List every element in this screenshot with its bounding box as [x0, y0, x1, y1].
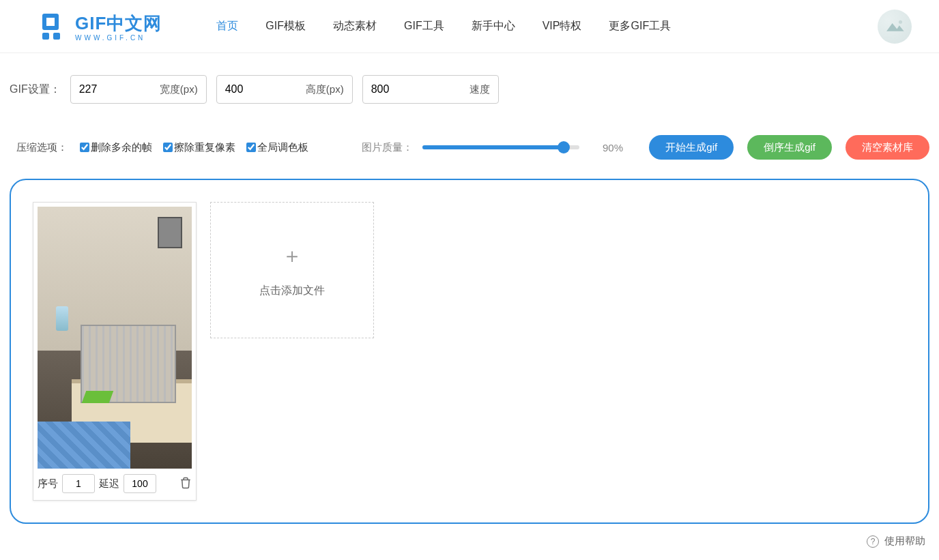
nav-more[interactable]: 更多GIF工具 — [609, 19, 671, 33]
compress-label: 压缩选项： — [16, 141, 68, 154]
svg-rect-2 — [42, 33, 49, 40]
help-icon[interactable]: ? — [867, 535, 879, 548]
avatar[interactable] — [878, 10, 912, 44]
quality-slider[interactable] — [422, 141, 579, 154]
frame-thumbnail[interactable] — [38, 207, 192, 469]
svg-point-5 — [899, 20, 902, 23]
plus-icon: ＋ — [282, 242, 302, 270]
order-label: 序号 — [38, 477, 58, 490]
workspace: 序号 延迟 ＋ 点击添加文件 — [10, 179, 929, 524]
width-input[interactable] — [79, 83, 160, 95]
logo-text-main: GIF中文网 — [75, 12, 162, 35]
speed-suffix: 速度 — [470, 83, 490, 96]
reverse-button[interactable]: 倒序生成gif — [747, 135, 832, 160]
settings-label: GIF设置： — [10, 83, 61, 97]
delay-input[interactable] — [124, 474, 156, 493]
nav-newbie[interactable]: 新手中心 — [472, 19, 515, 33]
add-file-label: 点击添加文件 — [259, 284, 325, 298]
action-buttons: 开始生成gif 倒序生成gif 清空素材库 — [649, 135, 929, 160]
height-suffix: 高度(px) — [306, 83, 344, 96]
checkbox-remove-frames[interactable]: 删除多余的帧 — [80, 141, 152, 154]
nav: 首页 GIF模板 动态素材 GIF工具 新手中心 VIP特权 更多GIF工具 — [216, 19, 878, 33]
speed-input[interactable] — [371, 83, 470, 95]
gif-settings-row: GIF设置： 宽度(px) 高度(px) 速度 — [0, 53, 939, 104]
quality-value: 90% — [603, 142, 623, 153]
logo-icon — [41, 12, 70, 41]
trash-icon[interactable] — [179, 477, 192, 491]
frame-card: 序号 延迟 — [33, 202, 197, 501]
slider-thumb[interactable] — [558, 141, 570, 153]
width-input-group: 宽度(px) — [70, 75, 207, 104]
help-link[interactable]: 使用帮助 — [884, 535, 925, 548]
logo[interactable]: GIF中文网 WWW.GIF.CN — [41, 12, 162, 42]
speed-input-group: 速度 — [362, 75, 499, 104]
checkbox-group: 删除多余的帧 擦除重复像素 全局调色板 — [80, 141, 308, 154]
generate-button[interactable]: 开始生成gif — [649, 135, 734, 160]
clear-button[interactable]: 清空素材库 — [846, 135, 929, 160]
height-input-group: 高度(px) — [216, 75, 353, 104]
height-input[interactable] — [225, 83, 306, 95]
svg-rect-1 — [46, 18, 55, 26]
options-row: 压缩选项： 删除多余的帧 擦除重复像素 全局调色板 图片质量： 90% 开始生成… — [0, 104, 939, 160]
checkbox-global-palette-input[interactable] — [246, 143, 256, 152]
nav-template[interactable]: GIF模板 — [265, 19, 306, 33]
width-suffix: 宽度(px) — [160, 83, 198, 96]
order-input[interactable] — [62, 474, 95, 493]
svg-rect-3 — [53, 33, 60, 40]
checkbox-global-palette[interactable]: 全局调色板 — [246, 141, 308, 154]
footer: ? 使用帮助 — [0, 531, 939, 555]
svg-marker-4 — [886, 23, 904, 31]
nav-vip[interactable]: VIP特权 — [543, 19, 582, 33]
nav-home[interactable]: 首页 — [216, 19, 238, 33]
header: GIF中文网 WWW.GIF.CN 首页 GIF模板 动态素材 GIF工具 新手… — [0, 0, 939, 53]
nav-material[interactable]: 动态素材 — [333, 19, 377, 33]
delay-label: 延迟 — [99, 477, 119, 490]
quality-block: 图片质量： 90% — [362, 141, 623, 154]
nav-tools[interactable]: GIF工具 — [404, 19, 444, 33]
checkbox-erase-dup[interactable]: 擦除重复像素 — [163, 141, 235, 154]
add-file-card[interactable]: ＋ 点击添加文件 — [210, 202, 374, 338]
checkbox-remove-frames-input[interactable] — [80, 143, 89, 152]
checkbox-erase-dup-input[interactable] — [163, 143, 173, 152]
quality-label: 图片质量： — [362, 141, 413, 154]
frame-controls: 序号 延迟 — [38, 469, 192, 496]
